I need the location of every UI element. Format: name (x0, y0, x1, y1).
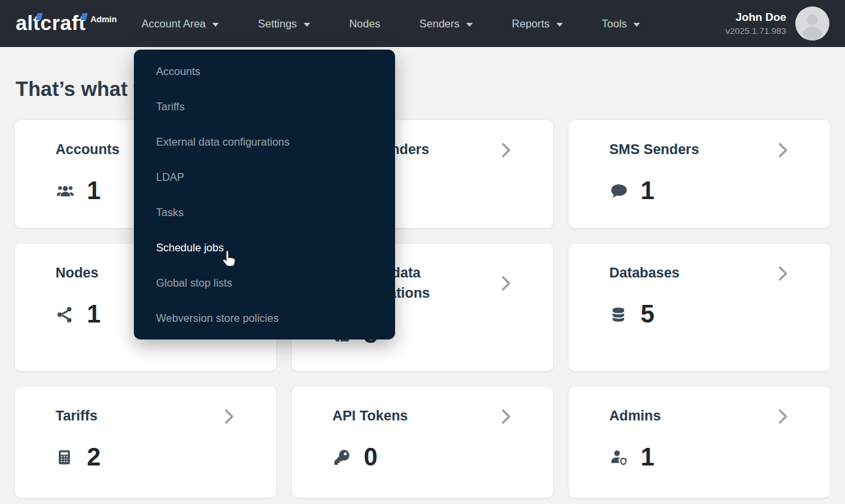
card-count-row: 5 (609, 300, 792, 328)
card-title: SMS Senders (609, 140, 699, 160)
count-value: 1 (641, 443, 654, 471)
top-navbar: altcraft Admin Account Area Settings Nod… (0, 0, 845, 47)
count-value: 2 (87, 443, 101, 471)
chevron-right-icon[interactable] (219, 407, 238, 426)
card-head: SMS Senders (609, 140, 792, 160)
nav-item-account-area[interactable]: Account Area (142, 18, 219, 30)
brand-logo[interactable]: altcraft Admin (16, 12, 117, 35)
avatar-person-icon (795, 7, 829, 40)
user-area[interactable]: John Doe v2025.1.71.983 (725, 7, 829, 40)
card-api-tokens[interactable]: API Tokens 0 (291, 386, 554, 498)
dropdown-item-ldap[interactable]: LDAP (134, 159, 395, 195)
chevron-right-icon[interactable] (773, 264, 792, 283)
nav-label: Settings (258, 18, 297, 30)
chevron-right-icon[interactable] (773, 407, 792, 426)
key-icon (332, 448, 352, 467)
count-value: 0 (364, 443, 377, 471)
card-count-row: 2 (56, 443, 238, 471)
user-name: John Doe (725, 11, 786, 24)
hand-cursor-icon (220, 249, 240, 274)
calculator-icon (56, 448, 75, 467)
dropdown-item-schedule-jobs[interactable]: Schedule jobs (134, 230, 395, 265)
caret-down-icon (304, 23, 310, 27)
nav-item-tools[interactable]: Tools (602, 18, 641, 30)
card-tariffs[interactable]: Tariffs 2 (14, 386, 277, 498)
dropdown-item-global-stop-lists[interactable]: Global stop lists (134, 265, 395, 300)
nav-item-reports[interactable]: Reports (512, 18, 563, 30)
database-icon (609, 305, 629, 324)
avatar[interactable] (795, 7, 829, 40)
main-nav: Account Area Settings Nodes Senders Repo… (142, 18, 640, 30)
nav-label: Tools (602, 18, 628, 30)
card-title: Accounts (56, 140, 120, 160)
share-icon (56, 305, 75, 324)
chevron-right-icon[interactable] (496, 407, 515, 426)
logo-accent-t: t (79, 12, 86, 35)
card-title: Tariffs (56, 406, 97, 426)
dropdown-item-webversion-store-policies[interactable]: Webversion store policies (134, 300, 395, 336)
user-info: John Doe v2025.1.71.983 (725, 11, 786, 36)
card-head: Databases (609, 263, 792, 283)
card-count-row: 1 (609, 443, 792, 471)
caret-down-icon (466, 23, 473, 27)
nav-item-settings[interactable]: Settings (258, 18, 310, 30)
card-title: Databases (609, 263, 680, 283)
caret-down-icon (212, 23, 219, 27)
card-admins[interactable]: Admins 1 (568, 386, 831, 498)
chevron-right-icon[interactable] (496, 140, 515, 160)
logo-accent-t: t (33, 12, 40, 35)
dropdown-item-external-data-configurations[interactable]: External data configurations (134, 124, 395, 159)
admin-badge: Admin (90, 14, 116, 24)
card-head: Tariffs (56, 406, 238, 426)
card-sms-senders[interactable]: SMS Senders 1 (568, 119, 831, 228)
caret-down-icon (633, 23, 640, 27)
card-databases[interactable]: Databases 5 (568, 243, 831, 371)
card-title: Admins (609, 406, 661, 426)
card-title: API Tokens (332, 406, 408, 426)
count-value: 1 (87, 177, 101, 205)
card-count-row: 1 (609, 177, 792, 205)
logo-text: altcraft (16, 12, 86, 35)
admin-shield-icon (609, 448, 629, 467)
nav-label: Senders (419, 18, 459, 30)
count-value: 1 (641, 177, 654, 205)
chevron-right-icon[interactable] (773, 140, 792, 160)
nav-item-senders[interactable]: Senders (419, 18, 472, 30)
dropdown-item-tariffs[interactable]: Tariffs (134, 89, 395, 124)
dropdown-item-accounts[interactable]: Accounts (134, 54, 395, 89)
caret-down-icon (556, 23, 563, 27)
nav-label: Account Area (142, 18, 206, 30)
app-version: v2025.1.71.983 (725, 26, 786, 36)
speech-bubble-icon (609, 181, 629, 201)
card-title: Nodes (56, 263, 99, 283)
settings-dropdown: Accounts Tariffs External data configura… (134, 50, 395, 339)
nav-item-nodes[interactable]: Nodes (349, 18, 381, 30)
card-count-row: 0 (332, 443, 515, 471)
card-head: Admins (609, 406, 792, 426)
users-icon (56, 181, 75, 201)
card-head: API Tokens (332, 406, 515, 426)
count-value: 1 (87, 300, 101, 328)
nav-label: Nodes (349, 18, 381, 30)
nav-label: Reports (512, 18, 550, 30)
chevron-right-icon[interactable] (496, 274, 515, 293)
dropdown-item-tasks[interactable]: Tasks (134, 195, 395, 230)
count-value: 5 (641, 300, 654, 328)
